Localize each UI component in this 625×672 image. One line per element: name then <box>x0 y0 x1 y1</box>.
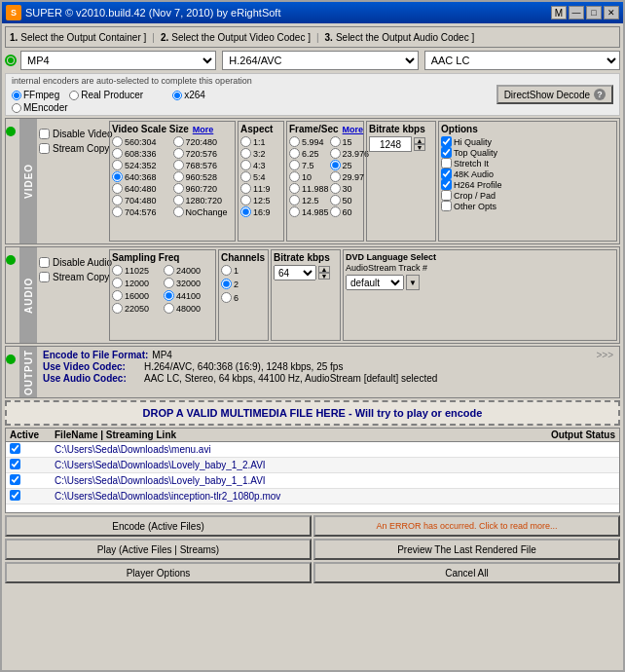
sfreq-radio-48000[interactable] <box>164 303 174 314</box>
frame-25[interactable]: 25 <box>330 160 370 170</box>
player-options-button[interactable]: Player Options <box>5 562 312 583</box>
mencoder-radio-label[interactable]: MEncoder <box>12 102 68 113</box>
channel-radio-2[interactable] <box>221 279 232 289</box>
audio-bitrate-select[interactable]: 64 128 192 <box>274 265 316 280</box>
scale-radio-640-368[interactable] <box>112 171 123 182</box>
fps-radio-50[interactable] <box>330 195 341 205</box>
sfreq-radio-24000[interactable] <box>164 265 174 276</box>
stream-copy-label[interactable]: Stream Copy <box>39 143 107 154</box>
close-button[interactable]: ✕ <box>604 6 619 19</box>
fps-radio-25[interactable] <box>330 160 341 170</box>
frame-5.994[interactable]: 5.994 <box>289 136 329 147</box>
real-producer-radio-label[interactable]: Real Producer <box>69 90 143 100</box>
fps-radio-5-994[interactable] <box>289 136 300 147</box>
fps-radio-15[interactable] <box>330 136 341 147</box>
frame-11.988[interactable]: 11.988 <box>289 183 329 194</box>
file-check-4[interactable] <box>10 490 55 503</box>
aspect-radio-12-5[interactable] <box>240 195 251 205</box>
scale-1280-720[interactable]: 1280:720 <box>173 195 234 205</box>
video-codec-select-wrap[interactable]: H.264/AVC MPEG4 <box>222 50 418 71</box>
scale-radio-704-576[interactable] <box>112 206 123 217</box>
aspect-radio-16-9[interactable] <box>240 206 251 217</box>
scale-radio-704-480[interactable] <box>112 195 123 205</box>
scale-960-528[interactable]: 960:528 <box>173 171 234 182</box>
fps-radio-11-988[interactable] <box>289 183 300 194</box>
mencoder-radio[interactable] <box>12 103 21 113</box>
aspect-11-9[interactable]: 11:9 <box>240 183 281 194</box>
scale-radio-720-480[interactable] <box>173 136 184 147</box>
real-producer-radio[interactable] <box>69 91 79 100</box>
sfreq-radio-22050[interactable] <box>112 303 123 314</box>
scale-radio-720-576[interactable] <box>173 148 184 159</box>
scale-nochange[interactable]: NoChange <box>173 206 234 217</box>
channel-radio-1[interactable] <box>221 265 232 276</box>
scale-640-480[interactable]: 640:480 <box>112 183 172 194</box>
file-checkbox-2[interactable] <box>10 459 20 469</box>
top-quality-label[interactable]: Top Quality <box>441 147 614 158</box>
container-select-wrap[interactable]: MP4 AVI MKV <box>20 50 216 71</box>
h264-profile-label[interactable]: H264 Profile <box>441 179 614 190</box>
file-check-3[interactable] <box>10 474 55 487</box>
aspect-4-3[interactable]: 4:3 <box>240 160 281 170</box>
scale-more-link[interactable]: More <box>193 125 214 134</box>
audio-codec-select[interactable]: AAC LC MP3 <box>424 51 620 70</box>
dvd-track-select[interactable]: default <box>346 275 404 290</box>
scale-radio-1280-720[interactable] <box>173 195 184 205</box>
channel-6[interactable]: 6 <box>221 292 266 303</box>
frame-6.25[interactable]: 6.25 <box>289 148 329 159</box>
dvd-arrow[interactable]: ▼ <box>406 275 420 290</box>
scale-radio-560-304[interactable] <box>112 136 123 147</box>
sampling-12000[interactable]: 12000 <box>112 278 162 288</box>
audio-codec-select-wrap[interactable]: AAC LC MP3 <box>424 50 620 71</box>
aspect-16-9[interactable]: 16:9 <box>240 206 281 217</box>
audio-stream-copy-checkbox[interactable] <box>39 272 50 282</box>
frame-12.5[interactable]: 12.5 <box>289 195 329 205</box>
ffmpeg-radio-label[interactable]: FFmpeg <box>12 90 59 100</box>
disable-video-checkbox[interactable] <box>39 129 50 139</box>
scale-640-368[interactable]: 640:368 <box>112 171 172 182</box>
sfreq-radio-32000[interactable] <box>164 278 174 288</box>
file-checkbox-3[interactable] <box>10 474 20 485</box>
scale-radio-nochange[interactable] <box>173 206 184 217</box>
scale-704-480[interactable]: 704:480 <box>112 195 172 205</box>
audio-bitrate-up[interactable]: ▲ <box>318 266 330 273</box>
frame-15[interactable]: 15 <box>330 136 370 147</box>
other-opts-label[interactable]: Other Opts <box>441 201 614 211</box>
drop-zone[interactable]: DROP A VALID MULTIMEDIA FILE HERE - Will… <box>5 400 620 426</box>
sampling-32000[interactable]: 32000 <box>164 278 213 288</box>
k48-audio-label[interactable]: 48K Audio <box>441 168 614 179</box>
hi-quality-label[interactable]: Hi Quality <box>441 136 614 147</box>
file-check-2[interactable] <box>10 459 55 471</box>
scale-radio-608-336[interactable] <box>112 148 123 159</box>
sampling-11025[interactable]: 11025 <box>112 265 162 276</box>
video-bitrate-down[interactable]: ▼ <box>414 144 425 151</box>
fps-radio-6-25[interactable] <box>289 148 300 159</box>
aspect-1-1[interactable]: 1:1 <box>240 136 281 147</box>
aspect-radio-5-4[interactable] <box>240 171 251 182</box>
x264-radio[interactable] <box>172 91 182 100</box>
disable-video-label[interactable]: Disable Video <box>39 129 107 139</box>
audio-bitrate-down[interactable]: ▼ <box>318 273 330 280</box>
sampling-22050[interactable]: 22050 <box>112 303 162 314</box>
fps-radio-30[interactable] <box>330 183 341 194</box>
scale-radio-960-528[interactable] <box>173 171 184 182</box>
fps-radio-14-985[interactable] <box>289 206 300 217</box>
frame-50[interactable]: 50 <box>330 195 370 205</box>
sfreq-radio-12000[interactable] <box>112 278 123 288</box>
scale-720-576[interactable]: 720:576 <box>173 148 234 159</box>
top-quality-checkbox[interactable] <box>441 147 452 158</box>
file-checkbox-1[interactable] <box>10 443 20 454</box>
crop-pad-checkbox[interactable] <box>441 190 452 201</box>
frame-14.985[interactable]: 14.985 <box>289 206 329 217</box>
sampling-24000[interactable]: 24000 <box>164 265 213 276</box>
frame-10[interactable]: 10 <box>289 171 329 182</box>
frame-29.97[interactable]: 29.97 <box>330 171 370 182</box>
frame-60[interactable]: 60 <box>330 206 370 217</box>
scale-524-352[interactable]: 524:352 <box>112 160 172 170</box>
scale-720-480[interactable]: 720:480 <box>173 136 234 147</box>
channel-radio-6[interactable] <box>221 292 232 303</box>
sfreq-radio-44100[interactable] <box>164 290 174 301</box>
scale-608-336[interactable]: 608:336 <box>112 148 172 159</box>
directshow-decode-button[interactable]: DirectShow Decode ? <box>496 85 613 104</box>
ffmpeg-radio[interactable] <box>12 91 21 100</box>
